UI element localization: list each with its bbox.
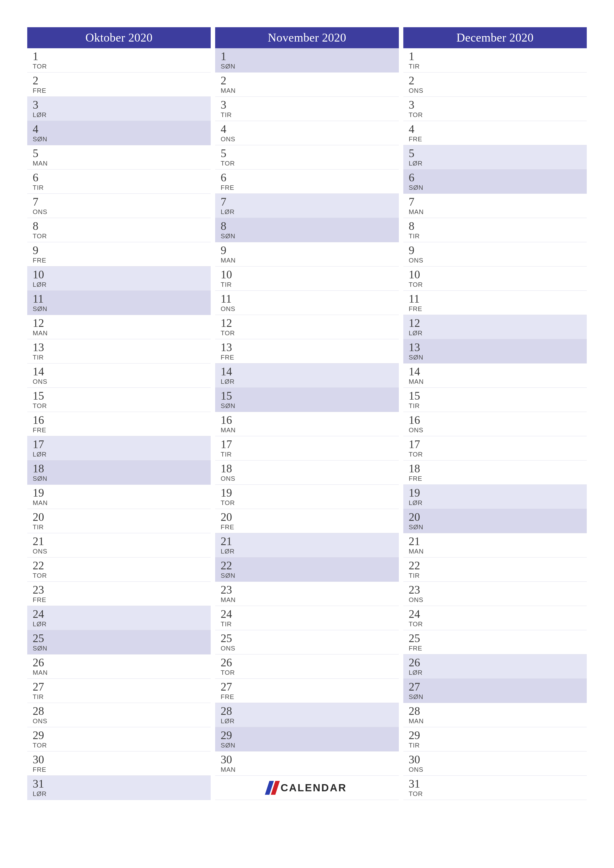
day-cell: 8TIR (403, 218, 587, 242)
day-cell: 8TOR (27, 218, 211, 242)
day-cell: 21LØR (215, 533, 399, 558)
day-number: 28 (409, 705, 583, 717)
day-abbr: TOR (409, 111, 583, 119)
day-abbr: LØR (33, 620, 207, 628)
day-number: 22 (409, 560, 583, 571)
day-cell: 3TOR (403, 97, 587, 121)
day-number: 23 (221, 584, 395, 595)
day-cell: 12MAN (27, 315, 211, 339)
day-number: 7 (409, 196, 583, 208)
day-cell: 17TIR (215, 436, 399, 460)
day-abbr: ONS (409, 766, 583, 773)
day-cell: 31LØR (27, 776, 211, 800)
day-number: 17 (409, 439, 583, 450)
day-cell: 22TIR (403, 558, 587, 582)
day-cell: 21MAN (403, 533, 587, 558)
day-number: 6 (33, 172, 207, 183)
day-number: 26 (409, 657, 583, 668)
month-header: Oktober 2020 (27, 27, 211, 48)
day-cell: 16ONS (403, 412, 587, 436)
day-cell: 18FRE (403, 460, 587, 485)
day-number: 20 (409, 512, 583, 523)
day-number: 6 (409, 172, 583, 183)
day-number: 4 (33, 124, 207, 135)
day-cell: 17TOR (403, 436, 587, 460)
day-cell: 4ONS (215, 121, 399, 145)
day-abbr: LØR (33, 281, 207, 288)
day-cell: 28MAN (403, 703, 587, 727)
day-cell: 22SØN (215, 558, 399, 582)
day-cell: 9MAN (215, 242, 399, 267)
day-number: 31 (409, 778, 583, 790)
month-column: Oktober 20201TOR2FRE3LØR4SØN5MAN6TIR7ONS… (27, 27, 211, 800)
day-number: 30 (33, 754, 207, 765)
day-abbr: TIR (221, 620, 395, 628)
day-abbr: TOR (33, 572, 207, 580)
day-cell: 25ONS (215, 630, 399, 654)
day-number: 25 (409, 633, 583, 644)
day-abbr: MAN (409, 717, 583, 725)
day-cell: 8SØN (215, 218, 399, 242)
day-abbr: MAN (33, 499, 207, 507)
day-abbr: TIR (33, 523, 207, 531)
day-cell: 23MAN (215, 582, 399, 606)
day-number: 4 (221, 124, 395, 135)
day-number: 16 (409, 414, 583, 426)
day-number: 24 (221, 608, 395, 620)
month-column: November 20201SØN2MAN3TIR4ONS5TOR6FRE7LØ… (215, 27, 399, 800)
day-number: 10 (409, 269, 583, 281)
day-number: 13 (221, 342, 395, 353)
day-number: 15 (221, 390, 395, 401)
day-abbr: ONS (409, 596, 583, 604)
day-abbr: SØN (409, 523, 583, 531)
day-number: 10 (221, 269, 395, 281)
day-abbr: FRE (409, 645, 583, 652)
day-abbr: LØR (409, 669, 583, 676)
day-abbr: FRE (33, 87, 207, 95)
day-number: 23 (409, 584, 583, 595)
day-number: 21 (221, 536, 395, 547)
day-cell: 28ONS (27, 703, 211, 727)
day-cell: 29TOR (27, 727, 211, 752)
day-number: 11 (409, 293, 583, 305)
day-cell: 7MAN (403, 194, 587, 218)
day-abbr: SØN (221, 402, 395, 410)
day-cell: 23FRE (27, 582, 211, 606)
day-abbr: TIR (409, 572, 583, 580)
day-cell: 30ONS (403, 752, 587, 776)
day-number: 31 (33, 778, 207, 790)
day-number: 19 (33, 487, 207, 499)
day-number: 13 (409, 342, 583, 353)
day-cell: 18ONS (215, 460, 399, 485)
day-abbr: TOR (409, 281, 583, 288)
day-cell: 13SØN (403, 339, 587, 363)
day-abbr: FRE (33, 766, 207, 773)
day-number: 5 (221, 148, 395, 159)
day-abbr: TOR (409, 620, 583, 628)
day-cell: 16FRE (27, 412, 211, 436)
day-cell: 20TIR (27, 509, 211, 533)
day-abbr: ONS (33, 208, 207, 216)
day-abbr: LØR (33, 111, 207, 119)
day-abbr: LØR (33, 451, 207, 458)
day-cell: 1TIR (403, 48, 587, 73)
day-cell: 14ONS (27, 363, 211, 388)
day-number: 4 (409, 124, 583, 135)
day-abbr: ONS (409, 87, 583, 95)
day-cell: 22TOR (27, 558, 211, 582)
day-number: 9 (409, 245, 583, 256)
day-cell: 4SØN (27, 121, 211, 145)
day-number: 8 (409, 220, 583, 232)
day-abbr: TOR (221, 329, 395, 337)
day-number: 5 (33, 148, 207, 159)
day-abbr: MAN (409, 208, 583, 216)
day-cell: 10TOR (403, 267, 587, 291)
day-cell: 6FRE (215, 169, 399, 194)
day-number: 21 (33, 536, 207, 547)
day-abbr: SØN (409, 184, 583, 192)
day-cell: 9FRE (27, 242, 211, 267)
month-header: December 2020 (403, 27, 587, 48)
day-cell: 5TOR (215, 145, 399, 169)
day-cell: 13FRE (215, 339, 399, 363)
day-abbr: LØR (221, 208, 395, 216)
